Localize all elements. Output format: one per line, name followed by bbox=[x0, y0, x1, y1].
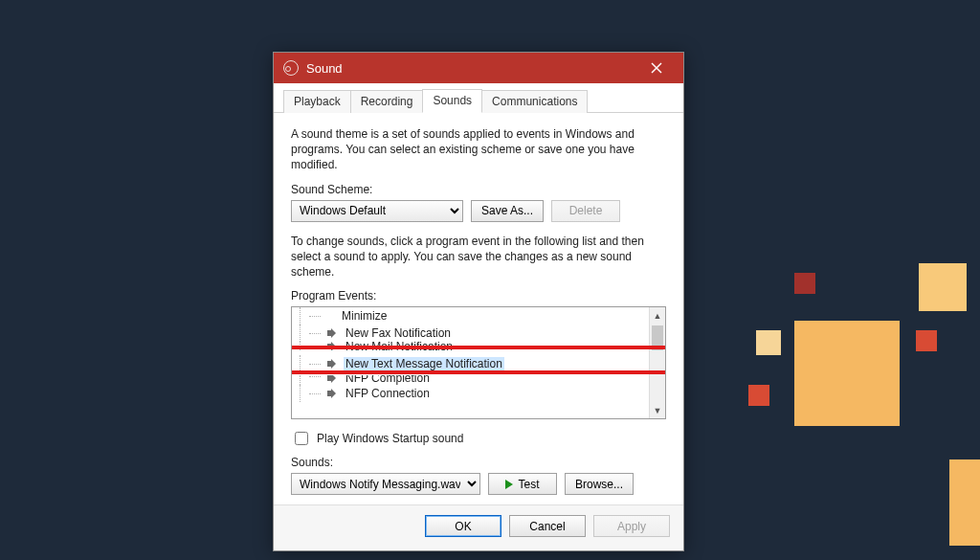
event-new-mail[interactable]: New Mail Notification bbox=[292, 342, 649, 350]
scheme-label: Sound Scheme: bbox=[291, 183, 666, 196]
decoration-square bbox=[949, 459, 980, 546]
program-events-listbox[interactable]: Minimize New Fax Notification New Mail N… bbox=[291, 306, 666, 419]
scheme-select[interactable]: Windows Default bbox=[291, 200, 463, 222]
decoration-square bbox=[794, 321, 900, 426]
events-description: To change sounds, click a program event … bbox=[291, 234, 666, 280]
close-icon bbox=[651, 62, 662, 74]
decoration-square bbox=[916, 330, 937, 351]
scroll-thumb[interactable] bbox=[652, 325, 663, 350]
tab-sounds[interactable]: Sounds bbox=[422, 89, 482, 113]
sounds-label: Sounds: bbox=[291, 456, 666, 469]
close-button[interactable] bbox=[635, 53, 678, 83]
event-label: New Text Message Notification bbox=[344, 357, 504, 370]
play-startup-label: Play Windows Startup sound bbox=[317, 432, 463, 445]
scheme-description: A sound theme is a set of sounds applied… bbox=[291, 126, 666, 173]
sounds-panel: A sound theme is a set of sounds applied… bbox=[274, 113, 683, 504]
event-label: NFP Connection bbox=[344, 387, 432, 400]
decoration-square bbox=[748, 385, 769, 406]
scroll-track[interactable] bbox=[650, 324, 665, 402]
event-label: New Fax Notification bbox=[344, 326, 453, 340]
speaker-icon bbox=[326, 326, 340, 340]
events-label: Program Events: bbox=[291, 289, 666, 302]
event-label: Minimize bbox=[340, 309, 389, 323]
sound-dialog: Sound Playback Recording Sounds Communic… bbox=[273, 52, 684, 551]
scroll-up-icon[interactable]: ▲ bbox=[650, 307, 665, 324]
event-new-fax[interactable]: New Fax Notification bbox=[292, 325, 649, 342]
speaker-icon bbox=[326, 387, 340, 400]
event-nfp-completion[interactable]: NFP Completion bbox=[292, 375, 649, 385]
tab-recording[interactable]: Recording bbox=[350, 90, 424, 113]
event-new-text-message[interactable]: New Text Message Notification bbox=[292, 355, 649, 372]
cancel-button[interactable]: Cancel bbox=[509, 515, 586, 537]
tabstrip: Playback Recording Sounds Communications bbox=[274, 83, 683, 113]
tab-communications[interactable]: Communications bbox=[481, 90, 588, 113]
test-label: Test bbox=[518, 478, 539, 491]
apply-button: Apply bbox=[593, 515, 670, 537]
scroll-down-icon[interactable]: ▼ bbox=[650, 402, 665, 418]
speaker-icon bbox=[326, 342, 340, 350]
delete-button: Delete bbox=[551, 200, 620, 222]
save-as-button[interactable]: Save As... bbox=[471, 200, 544, 222]
speaker-icon bbox=[326, 357, 340, 370]
titlebar[interactable]: Sound bbox=[274, 53, 683, 83]
speaker-icon bbox=[326, 375, 340, 385]
window-title: Sound bbox=[306, 61, 635, 76]
event-nfp-connection[interactable]: NFP Connection bbox=[292, 385, 649, 402]
sounds-select[interactable]: Windows Notify Messaging.wav bbox=[291, 473, 480, 495]
decoration-square bbox=[919, 263, 967, 311]
event-minimize[interactable]: Minimize bbox=[292, 307, 649, 325]
browse-button[interactable]: Browse... bbox=[565, 473, 634, 495]
decoration-square bbox=[794, 273, 815, 294]
play-startup-checkbox[interactable] bbox=[295, 432, 308, 445]
decoration-square bbox=[756, 330, 781, 355]
sound-app-icon bbox=[283, 60, 299, 76]
dialog-footer: OK Cancel Apply bbox=[274, 504, 683, 550]
tab-playback[interactable]: Playback bbox=[283, 90, 351, 113]
listbox-scrollbar[interactable]: ▲ ▼ bbox=[649, 307, 665, 418]
test-button[interactable]: Test bbox=[488, 473, 557, 495]
event-label: New Mail Notification bbox=[344, 342, 455, 350]
play-icon bbox=[505, 480, 513, 489]
event-label: NFP Completion bbox=[344, 375, 432, 385]
ok-button[interactable]: OK bbox=[425, 515, 501, 537]
